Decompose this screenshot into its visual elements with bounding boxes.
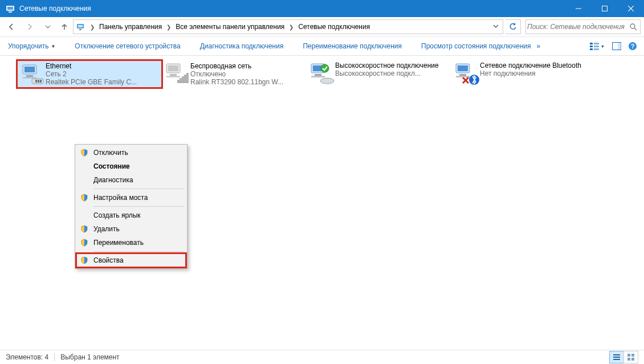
chevron-right-icon[interactable]: ❯	[164, 24, 174, 30]
svg-rect-16	[594, 46, 599, 47]
organize-label: Упорядочить	[8, 42, 48, 50]
ctx-label: Удалить	[91, 225, 181, 233]
help-button[interactable]: ?	[625, 39, 641, 53]
svg-rect-19	[618, 43, 621, 50]
chevron-down-icon: ▼	[601, 44, 605, 48]
ethernet-icon	[18, 62, 46, 87]
svg-rect-53	[613, 357, 620, 358]
connection-device: Ralink RT3290 802.11bgn W...	[190, 78, 305, 86]
svg-text:?: ?	[631, 43, 635, 50]
ctx-label: Диагностика	[91, 176, 181, 184]
svg-rect-1	[7, 7, 13, 10]
connection-item-ethernet[interactable]: Ethernet Сеть 2 Realtek PCIe GBE Family …	[17, 60, 162, 88]
svg-rect-47	[459, 74, 466, 76]
svg-rect-35	[180, 79, 181, 83]
address-bar[interactable]: ❯ Панель управления ❯ Все элементы панел…	[73, 19, 503, 34]
svg-rect-37	[185, 75, 186, 83]
breadcrumb-item[interactable]: Все элементы панели управления	[174, 22, 286, 32]
organize-menu[interactable]: Упорядочить▼	[3, 40, 60, 52]
ctx-rename[interactable]: Переименовать	[76, 236, 186, 250]
connection-name: Ethernet	[46, 62, 161, 70]
divider	[54, 353, 55, 361]
search-box[interactable]	[525, 19, 641, 34]
svg-rect-55	[627, 354, 630, 357]
content-pane[interactable]: Ethernet Сеть 2 Realtek PCIe GBE Family …	[0, 56, 644, 361]
maximize-button[interactable]	[592, 0, 618, 17]
svg-rect-56	[631, 354, 634, 357]
more-commands-button[interactable]: »	[536, 40, 542, 52]
ctx-properties[interactable]: Свойства	[76, 253, 186, 267]
details-view-button[interactable]	[609, 351, 624, 363]
search-input[interactable]	[526, 22, 626, 31]
ctx-diagnose[interactable]: Диагностика	[76, 173, 186, 187]
shield-icon	[78, 239, 91, 247]
chevron-down-icon: ▼	[51, 44, 55, 49]
breadcrumb-item[interactable]: Панель управления	[97, 22, 164, 32]
ctx-label: Свойства	[91, 256, 181, 264]
preview-pane-button[interactable]	[609, 39, 625, 53]
svg-rect-29	[40, 80, 42, 83]
svg-rect-23	[25, 67, 35, 72]
item-count: Элементов: 4	[6, 353, 48, 361]
svg-rect-33	[166, 76, 180, 77]
svg-rect-31	[168, 66, 178, 71]
svg-rect-32	[170, 74, 177, 76]
address-dropdown-button[interactable]	[490, 23, 502, 31]
svg-rect-2	[9, 11, 12, 13]
connection-item-broadband[interactable]: Высокоскоростное подключение Высокоскоро…	[307, 60, 451, 88]
wireless-icon	[163, 62, 190, 87]
breadcrumb-item[interactable]: Сетевые подключения	[296, 22, 372, 32]
change-view-button[interactable]: ▼	[586, 39, 609, 53]
connection-name: Сетевое подключение Bluetooth	[480, 62, 595, 69]
ctx-status[interactable]: Состояние	[76, 159, 186, 173]
view-status-button[interactable]: Просмотр состояния подключения	[417, 40, 535, 52]
minimize-button[interactable]	[565, 0, 592, 17]
bluetooth-icon	[453, 62, 480, 87]
nav-recent-dropdown[interactable]	[40, 20, 56, 34]
chevron-right-icon[interactable]: ❯	[286, 24, 296, 30]
selection-count: Выбран 1 элемент	[60, 353, 119, 361]
nav-forward-button[interactable]	[22, 20, 38, 34]
rename-button[interactable]: Переименование подключения	[298, 40, 406, 52]
toolbar-label: Отключение сетевого устройства	[75, 42, 180, 50]
window-title: Сетевые подключения	[19, 5, 565, 13]
titlebar[interactable]: Сетевые подключения	[0, 0, 644, 17]
diagnose-button[interactable]: Диагностика подключения	[195, 40, 288, 52]
svg-rect-12	[590, 43, 593, 44]
connection-item-bluetooth[interactable]: Сетевое подключение Bluetooth Нет подклю…	[451, 60, 596, 88]
ctx-disable[interactable]: Отключить	[76, 146, 186, 159]
nav-up-button[interactable]	[58, 20, 71, 34]
command-bar: Упорядочить▼ Отключение сетевого устройс…	[0, 37, 644, 56]
svg-rect-58	[631, 358, 634, 361]
nav-back-button[interactable]	[3, 20, 19, 34]
view-toggle	[610, 351, 638, 363]
icons-view-button[interactable]	[623, 351, 638, 363]
svg-point-44	[321, 64, 329, 72]
svg-rect-14	[590, 48, 593, 50]
separator	[93, 206, 185, 207]
connection-status: Сеть 2	[46, 70, 161, 78]
ctx-bridge[interactable]: Настройка моста	[76, 191, 186, 205]
connection-item-wireless[interactable]: Беспроводная сеть Отключено Ralink RT329…	[162, 60, 307, 88]
svg-rect-28	[38, 80, 39, 83]
chevron-right-icon[interactable]: ❯	[87, 24, 97, 30]
svg-point-43	[320, 78, 334, 84]
svg-rect-46	[458, 66, 468, 71]
ctx-label: Настройка моста	[91, 194, 181, 202]
broadband-icon	[308, 62, 335, 87]
shield-icon	[78, 225, 91, 233]
svg-rect-36	[182, 77, 184, 83]
window-controls	[565, 0, 644, 17]
ctx-create-shortcut[interactable]: Создать ярлык	[76, 208, 186, 222]
connection-device: Нет подключения	[480, 69, 595, 77]
context-menu: Отключить Состояние Диагностика Настройк…	[75, 144, 188, 269]
svg-rect-8	[78, 25, 83, 27]
ctx-delete[interactable]: Удалить	[76, 222, 186, 236]
connection-device: Высокоскоростное подкл...	[335, 69, 450, 77]
close-button[interactable]	[618, 0, 644, 17]
search-icon[interactable]	[626, 23, 640, 31]
disable-device-button[interactable]: Отключение сетевого устройства	[70, 40, 185, 52]
svg-rect-57	[627, 358, 630, 361]
svg-rect-41	[315, 74, 321, 76]
refresh-button[interactable]	[506, 19, 521, 34]
